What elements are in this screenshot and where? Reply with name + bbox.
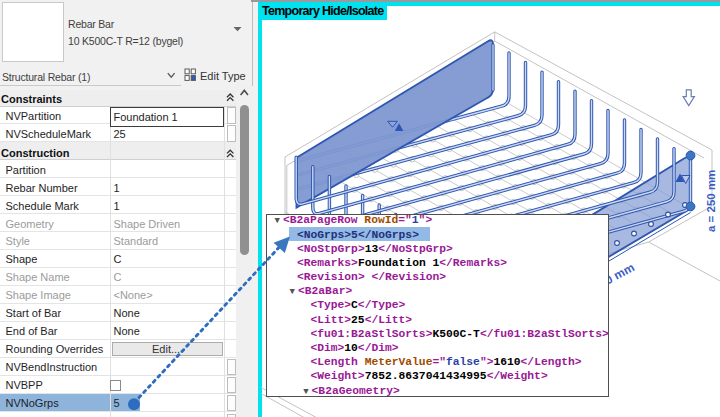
svg-text:a = 250 mm: a = 250 mm xyxy=(705,170,717,232)
